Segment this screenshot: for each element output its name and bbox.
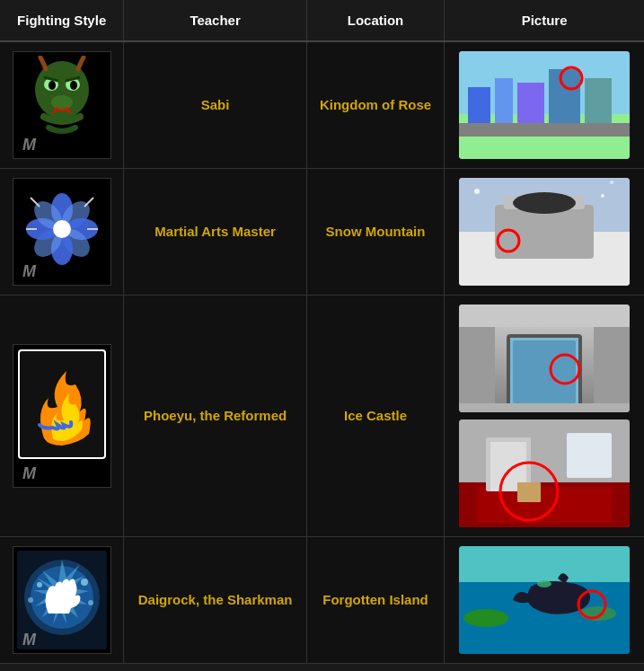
- picture-container: [454, 51, 635, 159]
- ice-bottom-svg: [459, 419, 630, 527]
- svg-text:M: M: [22, 262, 37, 280]
- picture-container: [454, 305, 635, 527]
- svg-point-66: [88, 600, 93, 605]
- picture-cell: [445, 41, 644, 169]
- table-row: M Phoeyu, the Reformed Ice Castle: [0, 296, 644, 537]
- col-header-teacher: Teacher: [124, 0, 307, 41]
- style-icon-snake: M: [13, 51, 111, 159]
- screenshot-ice-top: [459, 305, 630, 412]
- svg-rect-56: [567, 433, 612, 478]
- teacher-name: Sabi: [201, 97, 230, 112]
- svg-rect-49: [459, 403, 630, 412]
- screenshot-ice-bottom: [459, 419, 630, 527]
- svg-point-34: [513, 192, 576, 214]
- teacher-name: Martial Arts Master: [154, 224, 276, 239]
- table-row: M Sabi Kingdom of Rose: [0, 41, 644, 169]
- picture-container: [454, 546, 635, 654]
- svg-point-24: [53, 220, 71, 238]
- svg-point-74: [537, 580, 551, 587]
- flower-svg: M: [17, 182, 107, 281]
- svg-point-38: [610, 181, 613, 184]
- svg-rect-42: [459, 305, 630, 327]
- svg-rect-43: [459, 327, 495, 412]
- screenshot-forgotten: [459, 546, 630, 654]
- fighting-style-cell: M: [0, 41, 124, 169]
- col-header-fighting-style: Fighting Style: [0, 0, 124, 41]
- kingdom-svg: [459, 51, 630, 159]
- location-name: Kingdom of Rose: [320, 97, 431, 112]
- snow-svg: [459, 178, 630, 286]
- fighting-style-cell: M: [0, 169, 124, 296]
- svg-point-4: [70, 81, 77, 90]
- location-name: Ice Castle: [344, 408, 407, 423]
- table-row: M Daigrock, the Sharkman Forgotten Islan…: [0, 537, 644, 664]
- teacher-name: Daigrock, the Sharkman: [138, 592, 293, 607]
- fighting-style-cell: M: [0, 537, 124, 664]
- location-cell: Ice Castle: [306, 296, 444, 537]
- teacher-cell: Martial Arts Master: [124, 169, 307, 296]
- svg-point-37: [601, 194, 604, 198]
- style-icon-shark: M: [13, 546, 111, 654]
- snake-svg: M: [17, 56, 107, 155]
- location-name: Snow Mountain: [326, 224, 426, 239]
- screenshot-kingdom: [459, 51, 630, 159]
- location-cell: Forgotten Island: [306, 537, 444, 664]
- svg-rect-58: [517, 482, 541, 502]
- svg-text:M: M: [22, 631, 37, 649]
- svg-rect-14: [459, 123, 630, 137]
- teacher-name: Phoeyu, the Reformed: [144, 408, 287, 423]
- teacher-cell: Phoeyu, the Reformed: [124, 296, 307, 537]
- location-name: Forgotten Island: [322, 592, 428, 607]
- svg-point-64: [81, 578, 88, 586]
- picture-container: [454, 178, 635, 286]
- svg-rect-52: [477, 487, 612, 523]
- svg-text:M: M: [22, 136, 37, 154]
- svg-rect-13: [585, 78, 612, 123]
- col-header-location: Location: [306, 0, 444, 41]
- svg-rect-10: [495, 78, 513, 123]
- location-cell: Snow Mountain: [306, 169, 444, 296]
- picture-cell: [445, 169, 644, 296]
- location-cell: Kingdom of Rose: [306, 41, 444, 169]
- col-header-picture: Picture: [445, 0, 644, 41]
- fighting-style-cell: M: [0, 296, 124, 537]
- svg-rect-9: [468, 87, 490, 123]
- teacher-cell: Sabi: [124, 41, 307, 169]
- svg-point-63: [37, 582, 42, 587]
- screenshot-snow: [459, 178, 630, 286]
- teacher-cell: Daigrock, the Sharkman: [124, 537, 307, 664]
- svg-point-65: [28, 597, 33, 603]
- style-icon-flower: M: [13, 178, 111, 286]
- shark-svg: M: [17, 551, 107, 649]
- picture-cell: [445, 537, 644, 664]
- svg-rect-69: [459, 546, 630, 582]
- svg-point-36: [474, 189, 480, 194]
- svg-point-3: [49, 81, 56, 90]
- svg-rect-11: [517, 83, 544, 123]
- fire-svg: M: [17, 349, 107, 483]
- svg-point-71: [463, 609, 508, 627]
- ice-top-svg: [459, 305, 630, 412]
- svg-rect-46: [513, 340, 576, 403]
- svg-line-26: [84, 198, 93, 207]
- forgotten-svg: [459, 546, 630, 654]
- svg-rect-44: [594, 327, 630, 412]
- svg-rect-12: [549, 69, 580, 123]
- svg-line-25: [31, 198, 40, 207]
- style-icon-fire: M: [13, 344, 111, 488]
- svg-point-5: [51, 95, 73, 110]
- svg-point-72: [580, 606, 616, 621]
- table-row: M Martial Arts Master Snow Mountain: [0, 169, 644, 296]
- picture-cell: [445, 296, 644, 537]
- svg-text:M: M: [22, 464, 37, 482]
